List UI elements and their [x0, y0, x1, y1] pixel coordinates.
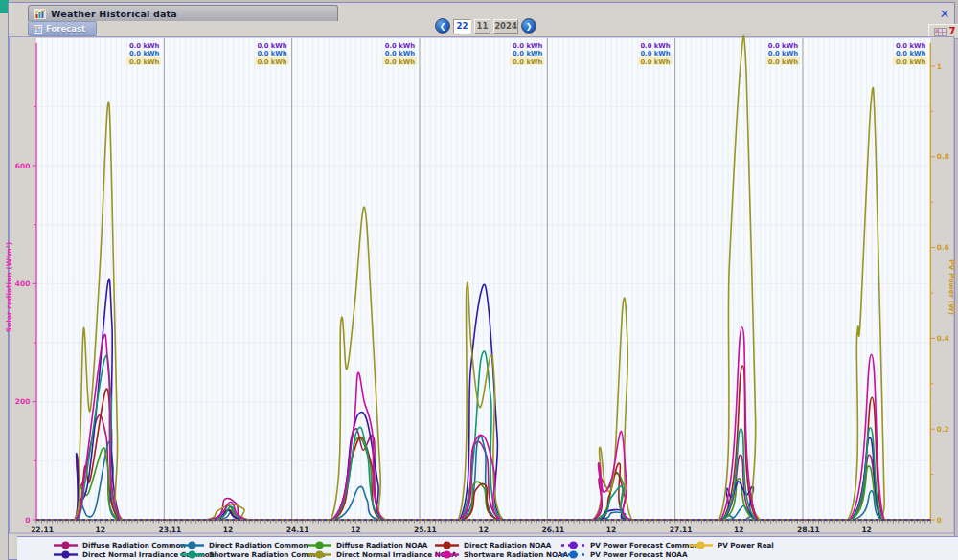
- date-navigation: ❮ 22 11 2024 ❯: [435, 17, 536, 34]
- forecast-icon: [34, 25, 42, 34]
- legend-marker-icon: [179, 541, 205, 549]
- legend-marker-icon: [307, 550, 332, 559]
- legend-label: Direct Radiation Common: [209, 541, 308, 549]
- chart-legend: Diffuse Radiation CommonDirect Radiation…: [17, 536, 958, 560]
- chevron-right-icon: ❯: [526, 22, 533, 31]
- day-field[interactable]: 22: [453, 19, 471, 34]
- notification-grid-button[interactable]: 7: [928, 24, 958, 39]
- next-day-button[interactable]: ❯: [521, 18, 536, 34]
- day-value: 22: [457, 21, 468, 31]
- legend-marker-icon: [688, 541, 714, 549]
- legend-label: PV Power Forecast NOAA: [590, 550, 687, 559]
- chart-icon: [34, 9, 46, 19]
- legend-item[interactable]: Direct Radiation Common: [179, 541, 308, 549]
- forecast-button-label: Forecast: [46, 24, 85, 34]
- weather-historical-window: Weather Historical data Forecast ❮ 22 11…: [8, 2, 955, 560]
- legend-label: Shortware Radiation NOAA: [464, 550, 568, 559]
- legend-item[interactable]: Shortware Radiation Common: [179, 550, 325, 559]
- grid-icon: [934, 28, 947, 36]
- legend-label: Direct Radiation NOAA: [464, 541, 551, 549]
- legend-item[interactable]: PV Power Real: [688, 541, 774, 549]
- forecast-button[interactable]: Forecast: [28, 21, 97, 36]
- legend-marker-icon: [560, 550, 586, 559]
- year-field[interactable]: 2024: [493, 19, 518, 34]
- legend-item[interactable]: Diffuse Radiation NOAA: [307, 541, 427, 549]
- legend-label: Diffuse Radiation Common: [82, 541, 186, 549]
- window-title-bar: Weather Historical data: [28, 5, 338, 21]
- legend-marker-icon: [179, 550, 205, 559]
- legend-item[interactable]: Direct Radiation NOAA: [434, 541, 551, 549]
- legend-item[interactable]: PV Power Forecast Common: [560, 541, 699, 549]
- legend-label: Diffuse Radiation NOAA: [336, 541, 427, 549]
- year-value: 2024: [494, 21, 517, 31]
- legend-marker-icon: [560, 541, 586, 549]
- legend-marker-icon: [53, 550, 79, 559]
- close-button[interactable]: ✕: [936, 7, 953, 21]
- window-title: Weather Historical data: [51, 9, 177, 19]
- close-icon: ✕: [940, 7, 950, 21]
- legend-label: PV Power Forecast Common: [590, 541, 699, 549]
- legend-marker-icon: [434, 550, 460, 559]
- legend-item[interactable]: Shortware Radiation NOAA: [434, 550, 568, 559]
- legend-item[interactable]: Diffuse Radiation Common: [53, 541, 186, 549]
- previous-day-button[interactable]: ❮: [435, 18, 450, 34]
- month-value: 11: [477, 21, 489, 31]
- legend-item[interactable]: PV Power Forecast NOAA: [560, 550, 687, 559]
- legend-marker-icon: [434, 541, 460, 549]
- month-field[interactable]: 11: [474, 19, 490, 34]
- notification-count: 7: [949, 27, 956, 36]
- chevron-left-icon: ❮: [440, 22, 446, 31]
- legend-marker-icon: [307, 541, 332, 549]
- legend-marker-icon: [53, 541, 79, 549]
- legend-label: PV Power Real: [718, 541, 774, 549]
